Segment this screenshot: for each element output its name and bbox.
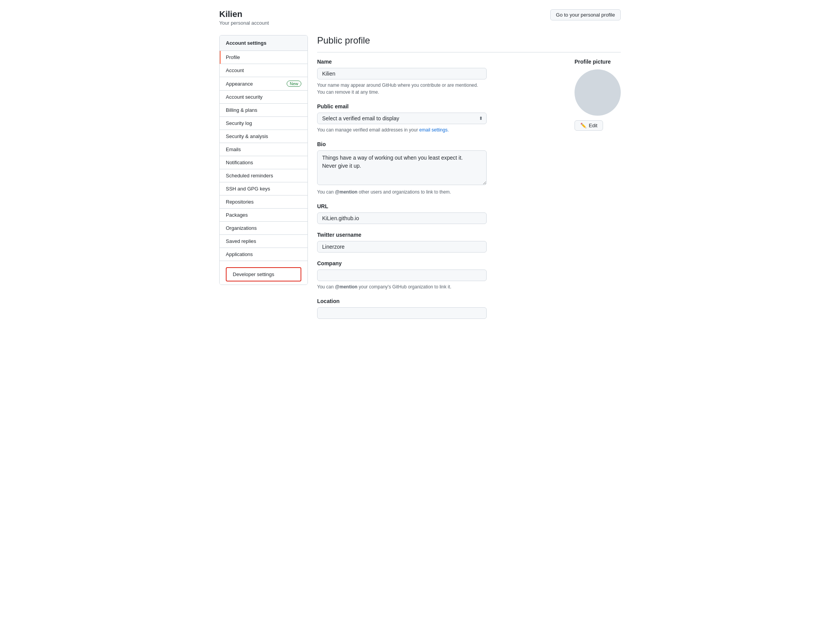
sidebar-item-profile[interactable]: Profile xyxy=(220,51,307,64)
user-subtitle: Your personal account xyxy=(219,20,269,26)
sidebar-item-emails[interactable]: Emails xyxy=(220,143,307,156)
twitter-label: Twitter username xyxy=(317,232,559,238)
sidebar-item-scheduled-reminders[interactable]: Scheduled reminders xyxy=(220,169,307,182)
bio-section: Bio Things have a way of working out whe… xyxy=(317,141,559,195)
sidebar-item-repositories[interactable]: Repositories xyxy=(220,195,307,209)
public-email-section: Public email Select a verified email to … xyxy=(317,103,559,133)
sidebar-item-ssh-gpg[interactable]: SSH and GPG keys xyxy=(220,182,307,195)
twitter-section: Twitter username xyxy=(317,232,559,253)
url-section: URL xyxy=(317,203,559,224)
url-input[interactable] xyxy=(317,212,487,224)
form-row-top: Name Your name may appear around GitHub … xyxy=(317,59,621,327)
sidebar-item-account-security[interactable]: Account security xyxy=(220,91,307,104)
email-select-wrapper: Select a verified email to display ⬍ xyxy=(317,113,487,124)
location-section: Location xyxy=(317,298,559,319)
main-content: Public profile Name Your name may appear… xyxy=(317,35,621,327)
email-hint: You can manage verified email addresses … xyxy=(317,126,487,133)
sidebar-item-billing[interactable]: Billing & plans xyxy=(220,104,307,117)
username: Kilien xyxy=(219,9,269,19)
twitter-input[interactable] xyxy=(317,241,487,253)
sidebar-item-notifications[interactable]: Notifications xyxy=(220,156,307,169)
user-info: Kilien Your personal account xyxy=(219,9,269,26)
bio-label: Bio xyxy=(317,141,559,147)
sidebar-item-security-analysis[interactable]: Security & analysis xyxy=(220,130,307,143)
name-hint: Your name may appear around GitHub where… xyxy=(317,82,487,96)
sidebar-item-packages[interactable]: Packages xyxy=(220,209,307,222)
page-title: Public profile xyxy=(317,35,621,52)
sidebar: Account settings Profile Account Appeara… xyxy=(219,35,308,285)
public-email-label: Public email xyxy=(317,103,559,110)
company-input[interactable] xyxy=(317,270,487,281)
company-hint: You can @mention your company's GitHub o… xyxy=(317,283,487,290)
sidebar-item-saved-replies[interactable]: Saved replies xyxy=(220,235,307,248)
edit-button[interactable]: ✏️ Edit xyxy=(575,120,603,131)
bio-hint: You can @mention other users and organiz… xyxy=(317,189,487,195)
company-label: Company xyxy=(317,260,559,266)
sidebar-item-organizations[interactable]: Organizations xyxy=(220,222,307,235)
go-to-profile-button[interactable]: Go to your personal profile xyxy=(550,9,621,20)
sidebar-item-security-log[interactable]: Security log xyxy=(220,117,307,130)
sidebar-item-account[interactable]: Account xyxy=(220,64,307,77)
location-label: Location xyxy=(317,298,559,304)
name-section: Name Your name may appear around GitHub … xyxy=(317,59,559,96)
profile-picture-label: Profile picture xyxy=(575,59,621,65)
avatar xyxy=(575,69,621,116)
name-label: Name xyxy=(317,59,559,65)
header-section: Kilien Your personal account Go to your … xyxy=(219,9,621,26)
bio-input[interactable]: Things have a way of working out when yo… xyxy=(317,150,487,185)
email-settings-link[interactable]: email settings. xyxy=(419,127,449,133)
form-fields: Name Your name may appear around GitHub … xyxy=(317,59,559,327)
email-select[interactable]: Select a verified email to display xyxy=(317,113,487,124)
profile-picture-section: Profile picture ✏️ Edit xyxy=(575,59,621,131)
new-badge: New xyxy=(287,81,301,87)
main-layout: Account settings Profile Account Appeara… xyxy=(219,35,621,327)
developer-settings-button[interactable]: Developer settings xyxy=(226,267,301,281)
sidebar-item-appearance[interactable]: Appearance New xyxy=(220,77,307,91)
sidebar-item-applications[interactable]: Applications xyxy=(220,248,307,261)
url-label: URL xyxy=(317,203,559,209)
company-section: Company You can @mention your company's … xyxy=(317,260,559,290)
sidebar-header: Account settings xyxy=(220,35,307,51)
name-input[interactable] xyxy=(317,68,487,79)
pencil-icon: ✏️ xyxy=(580,123,586,128)
location-input[interactable] xyxy=(317,307,487,319)
